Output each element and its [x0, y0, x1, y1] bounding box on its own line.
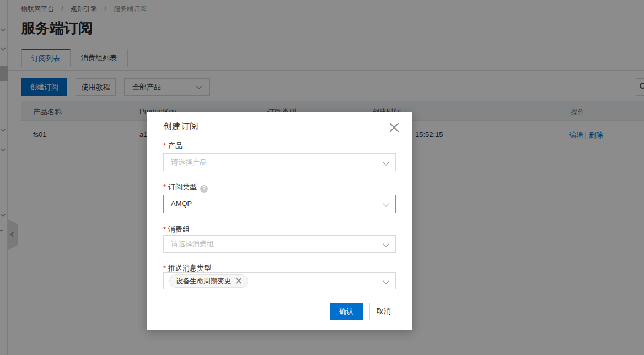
close-icon[interactable]	[389, 121, 399, 131]
push-message-type-select[interactable]: 设备生命周期变更	[163, 272, 396, 289]
help-icon[interactable]: ?	[200, 185, 208, 193]
chevron-down-icon	[384, 160, 388, 165]
product-field-label: *产品	[163, 141, 183, 151]
chevron-down-icon	[384, 279, 388, 283]
required-marker: *	[163, 225, 166, 234]
consumer-group-placeholder: 请选择消费组	[171, 240, 214, 248]
create-subscription-dialog: 创建订阅 *产品 请选择产品 *订阅类型? AMQP *消费组 请选择消费组 *…	[147, 112, 412, 330]
subscription-type-value: AMQP	[171, 199, 192, 208]
consumer-group-field-label: *消费组	[163, 225, 190, 235]
iot-console-page: 物联网平台 / 规则引擎 / 服务端订阅 服务端订阅 订阅列表 消费组列表 创建…	[0, 0, 644, 355]
required-marker: *	[163, 264, 166, 272]
chevron-down-icon	[384, 202, 388, 206]
consumer-group-select[interactable]: 请选择消费组	[163, 235, 396, 253]
required-marker: *	[163, 141, 166, 150]
dialog-title: 创建订阅	[163, 121, 198, 133]
remove-tag-icon[interactable]	[235, 278, 242, 284]
confirm-button[interactable]: 确认	[330, 303, 363, 320]
selected-tag: 设备生命周期变更	[169, 274, 248, 288]
required-marker: *	[163, 183, 166, 191]
product-select-placeholder: 请选择产品	[171, 158, 207, 166]
cancel-button[interactable]: 取消	[369, 303, 398, 320]
product-select[interactable]: 请选择产品	[163, 153, 396, 171]
tag-label: 设备生命周期变更	[176, 277, 231, 285]
chevron-down-icon	[384, 242, 388, 246]
subscription-type-select[interactable]: AMQP	[163, 195, 396, 213]
subscription-type-field-label: *订阅类型?	[163, 182, 208, 193]
